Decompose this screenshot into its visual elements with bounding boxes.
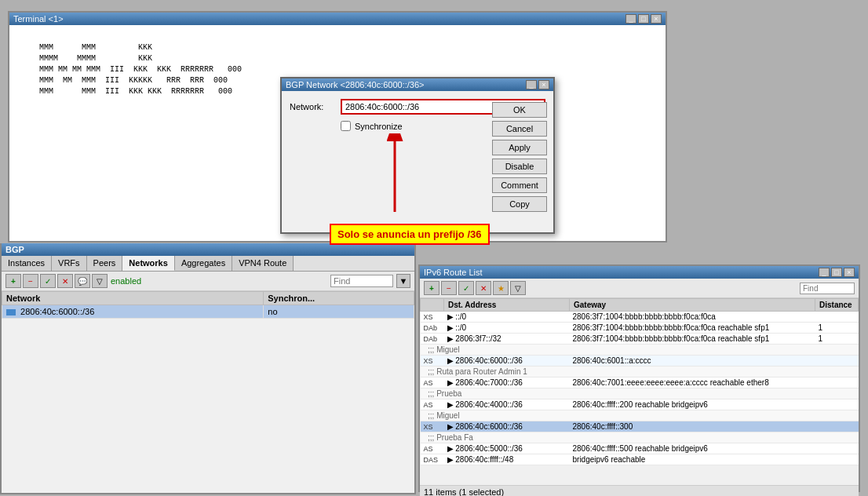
route-type: DAb <box>421 323 444 334</box>
sync-cell: no <box>264 305 414 319</box>
copy-button[interactable]: Copy <box>492 196 547 212</box>
tab-networks[interactable]: Networks <box>122 256 175 271</box>
route-type: AS <box>421 399 444 410</box>
dialog-minimize[interactable]: _ <box>526 80 537 89</box>
dialog-close[interactable]: × <box>538 80 549 89</box>
terminal-titlebar: Terminal <1> _ □ × <box>9 13 666 25</box>
table-row[interactable]: AS ▶ 2806:40c:7000::/36 2806:40c:7001:ee… <box>421 377 859 388</box>
add-button[interactable]: + <box>5 274 21 288</box>
route-type: AS <box>421 377 444 388</box>
cancel-icon-button[interactable]: ✕ <box>57 274 73 288</box>
ok-button[interactable]: OK <box>492 102 547 118</box>
annotation-text: Solo se anuncia un prefijo /36 <box>330 224 490 245</box>
enabled-label: enabled <box>111 276 141 286</box>
ipv6-titlebar: IPv6 Route List _ □ × <box>420 266 859 279</box>
table-row[interactable]: 2806:40c:6000::/36 no <box>2 305 414 319</box>
tab-instances[interactable]: Instances <box>2 256 52 271</box>
tab-aggregates[interactable]: Aggregates <box>175 256 232 271</box>
bgp-panel: BGP Instances VRFs Peers Networks Aggreg… <box>0 243 416 494</box>
dialog-title: BGP Network <2806:40c:6000::/36> <box>286 80 425 89</box>
table-row-selected[interactable]: XS ▶ 2806:40c:6000::/36 2806:40c:ffff::3… <box>421 421 859 432</box>
ipv6-status-bar: 11 items (1 selected) <box>420 485 859 496</box>
synchronize-label: Synchronize <box>355 122 403 131</box>
comment-dialog-button[interactable]: Comment <box>492 177 547 193</box>
ipv6-minimize[interactable]: _ <box>819 268 830 277</box>
dropdown-arrow[interactable]: ▼ <box>396 274 410 288</box>
table-row[interactable]: XS ▶ 2806:40c:6000::/36 2806:40c:6001::a… <box>421 356 859 367</box>
col-type <box>421 299 444 312</box>
comment-button[interactable]: 💬 <box>75 274 90 288</box>
ipv6-cancel-button[interactable]: ✕ <box>476 281 491 295</box>
synchronize-checkbox[interactable] <box>341 121 351 131</box>
ipv6-route-table: Dst. Address Gateway Distance XS ▶ ::/0 … <box>420 298 859 465</box>
route-type: AS <box>421 443 444 454</box>
network-cell: 2806:40c:6000::/36 <box>2 305 264 319</box>
table-row[interactable]: DAb ▶ 2806:3f7::/32 2806:3f7:1004:bbbb:b… <box>421 334 859 345</box>
table-row-comment: ;;; Prueba Fa <box>421 432 859 443</box>
route-type: XS <box>421 312 444 323</box>
bgp-network-dialog: BGP Network <2806:40c:6000::/36> _ × Net… <box>280 77 555 234</box>
col-dst: Dst. Address <box>444 299 570 312</box>
tab-vpn4route[interactable]: VPN4 Route <box>232 256 294 271</box>
check-button[interactable]: ✓ <box>40 274 56 288</box>
network-icon <box>6 309 16 315</box>
col-distance: Distance <box>815 299 859 312</box>
ipv6-toolbar: + − ✓ ✕ ★ ▽ <box>420 279 859 298</box>
route-type: XS <box>421 421 444 432</box>
col-network: Network <box>2 292 264 305</box>
ipv6-close[interactable]: × <box>844 268 855 277</box>
cancel-button[interactable]: Cancel <box>492 121 547 137</box>
bgp-find-input[interactable] <box>330 275 393 287</box>
table-row[interactable]: AS ▶ 2806:40c:5000::/36 2806:40c:ffff::5… <box>421 443 859 454</box>
route-type: XS <box>421 356 444 367</box>
ipv6-find-input[interactable] <box>800 283 855 294</box>
terminal-title: Terminal <1> <box>13 14 64 24</box>
bgp-panel-title: BGP <box>2 243 414 256</box>
tab-vrfs[interactable]: VRFs <box>52 256 87 271</box>
table-row-comment: ;;; Miguel <box>421 345 859 356</box>
ipv6-status-text: 11 items (1 selected) <box>424 487 504 496</box>
ipv6-star-button[interactable]: ★ <box>493 281 509 295</box>
apply-button[interactable]: Apply <box>492 140 547 155</box>
table-row-comment: ;;; Prueba <box>421 388 859 399</box>
tab-peers[interactable]: Peers <box>87 256 123 271</box>
disable-button[interactable]: Disable <box>492 159 547 174</box>
ipv6-filter-button[interactable]: ▽ <box>510 281 526 295</box>
filter-button[interactable]: ▽ <box>92 274 108 288</box>
table-row[interactable]: DAb ▶ ::/0 2806:3f7:1004:bbbb:bbbb:bbbb:… <box>421 323 859 334</box>
ipv6-title: IPv6 Route List <box>424 268 483 277</box>
bgp-tabs: Instances VRFs Peers Networks Aggregates… <box>2 256 414 272</box>
ipv6-add-button[interactable]: + <box>424 281 439 295</box>
route-type: DAb <box>421 334 444 345</box>
annotation-arrow <box>383 133 407 212</box>
table-row[interactable]: DAS ▶ 2806:40c:ffff::/48 bridgeipv6 reac… <box>421 454 859 465</box>
remove-button[interactable]: − <box>23 274 38 288</box>
ipv6-check-button[interactable]: ✓ <box>458 281 474 295</box>
table-row-comment: ;;; Miguel <box>421 410 859 421</box>
route-type: DAS <box>421 454 444 465</box>
ipv6-panel: IPv6 Route List _ □ × + − ✓ ✕ ★ ▽ Dst. A… <box>418 264 860 492</box>
minimize-button[interactable]: _ <box>625 14 636 24</box>
terminal-buttons: _ □ × <box>625 14 662 24</box>
col-sync: Synchron... <box>264 292 414 305</box>
dialog-buttons: OK Cancel Apply Disable Comment Copy <box>492 102 547 212</box>
col-gateway: Gateway <box>570 299 815 312</box>
ipv6-maximize[interactable]: □ <box>831 268 842 277</box>
dialog-titlebar: BGP Network <2806:40c:6000::/36> _ × <box>282 78 553 91</box>
table-row[interactable]: AS ▶ 2806:40c:4000::/36 2806:40c:ffff::2… <box>421 399 859 410</box>
table-row-comment: ;;; Ruta para Router Admin 1 <box>421 367 859 377</box>
bgp-networks-table: Network Synchron... 2806:40c:6000::/36 n… <box>2 291 414 319</box>
ipv6-remove-button[interactable]: − <box>441 281 457 295</box>
network-label: Network: <box>290 102 341 111</box>
table-row[interactable]: XS ▶ ::/0 2806:3f7:1004:bbbb:bbbb:bbbb:f… <box>421 312 859 323</box>
maximize-button[interactable]: □ <box>638 14 649 24</box>
close-button[interactable]: × <box>651 14 662 24</box>
